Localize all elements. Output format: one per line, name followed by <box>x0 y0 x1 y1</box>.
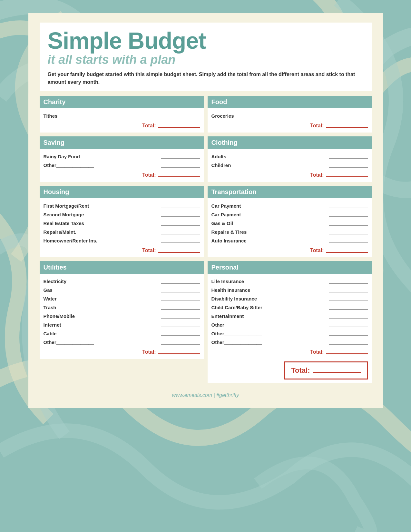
input-line[interactable] <box>161 331 200 336</box>
total-row: Total: <box>211 170 368 180</box>
input-line[interactable] <box>329 154 368 159</box>
input-line[interactable] <box>329 204 368 208</box>
total-row: Total: <box>44 170 200 180</box>
input-line[interactable] <box>161 305 200 310</box>
list-item: Water <box>44 294 200 303</box>
clothing-section: Clothing Adults Children Total: <box>208 136 372 182</box>
charity-section: Charity Tithes Total: <box>40 96 204 133</box>
transportation-header: Transportation <box>208 186 372 198</box>
personal-section: Personal Life Insurance Health Insurance… <box>208 261 372 383</box>
list-item: Electricity <box>44 277 200 286</box>
input-line[interactable] <box>161 279 200 284</box>
input-line[interactable] <box>329 323 368 327</box>
input-line[interactable] <box>161 340 200 345</box>
list-item: Rainy Day Fund <box>44 152 200 161</box>
list-item: Children <box>211 161 368 170</box>
list-item: Repairs/Maint. <box>44 228 200 236</box>
list-item: Other______________ <box>44 338 200 347</box>
total-line[interactable] <box>158 173 200 177</box>
list-item: Repairs & Tires <box>211 228 368 236</box>
list-item: Internet <box>44 320 200 329</box>
total-row: Total: <box>211 347 368 357</box>
input-line[interactable] <box>161 288 200 292</box>
total-line[interactable] <box>326 123 368 128</box>
input-line[interactable] <box>329 114 368 118</box>
input-line[interactable] <box>329 314 368 319</box>
title-sub: it all starts with a plan <box>48 53 364 67</box>
list-item: Homeowner/Renter Ins. <box>44 236 200 245</box>
input-line[interactable] <box>161 204 200 208</box>
footer-text: www.emeals.com | #getthrifty <box>40 389 372 398</box>
total-row: Total: <box>211 245 368 255</box>
list-item: Other______________ <box>44 161 200 170</box>
input-line[interactable] <box>329 279 368 284</box>
total-line[interactable] <box>158 123 200 128</box>
list-item: Cable <box>44 329 200 338</box>
list-item: Groceries <box>211 112 368 120</box>
list-item: Trash <box>44 303 200 312</box>
input-line[interactable] <box>329 212 368 217</box>
input-line[interactable] <box>329 331 368 336</box>
input-line[interactable] <box>161 163 200 168</box>
list-item: Phone/Mobile <box>44 312 200 320</box>
list-item: Gas <box>44 286 200 294</box>
food-header: Food <box>208 96 372 108</box>
input-line[interactable] <box>329 340 368 345</box>
total-line[interactable] <box>158 350 200 354</box>
input-line[interactable] <box>329 230 368 234</box>
list-item: Adults <box>211 152 368 161</box>
list-item: Car Payment <box>211 210 368 219</box>
list-item: Other______________ <box>211 338 368 347</box>
list-item: Car Payment <box>211 202 368 210</box>
input-line[interactable] <box>161 239 200 243</box>
list-item: First Mortgage/Rent <box>44 202 200 210</box>
utilities-section: Utilities Electricity Gas Water <box>40 261 204 383</box>
list-item: Life Insurance <box>211 277 368 286</box>
input-line[interactable] <box>161 114 200 118</box>
transportation-section: Transportation Car Payment Car Payment G… <box>208 186 372 257</box>
input-line[interactable] <box>161 230 200 234</box>
list-item: Tithes <box>44 112 200 120</box>
input-line[interactable] <box>161 297 200 301</box>
total-line[interactable] <box>326 173 368 177</box>
total-row: Total: <box>44 245 200 255</box>
input-line[interactable] <box>329 305 368 310</box>
list-item: Other______________ <box>211 329 368 338</box>
input-line[interactable] <box>161 314 200 319</box>
total-row: Total: <box>44 120 200 131</box>
title-main: Simple Budget <box>48 29 364 52</box>
personal-header: Personal <box>208 261 372 274</box>
list-item: Real Estate Taxes <box>44 219 200 228</box>
input-line[interactable] <box>161 323 200 327</box>
list-item: Disability Insurance <box>211 294 368 303</box>
input-line[interactable] <box>161 154 200 159</box>
list-item: Entertainment <box>211 312 368 320</box>
header-section: Simple Budget it all starts with a plan … <box>40 23 372 91</box>
list-item: Child Care/Baby Sitter <box>211 303 368 312</box>
clothing-header: Clothing <box>208 136 372 149</box>
food-section: Food Groceries Total: <box>208 96 372 133</box>
description: Get your family budget started with this… <box>48 71 364 86</box>
list-item: Gas & Oil <box>211 219 368 228</box>
total-row: Total: <box>211 120 368 131</box>
input-line[interactable] <box>161 221 200 226</box>
housing-header: Housing <box>40 186 204 198</box>
charity-header: Charity <box>40 96 204 108</box>
list-item: Other______________ <box>211 320 368 329</box>
list-item: Auto Insurance <box>211 236 368 245</box>
list-item: Second Mortgage <box>44 210 200 219</box>
input-line[interactable] <box>329 297 368 301</box>
input-line[interactable] <box>329 288 368 292</box>
grand-total-line[interactable] <box>313 368 361 373</box>
total-line[interactable] <box>326 350 368 354</box>
input-line[interactable] <box>329 221 368 226</box>
input-line[interactable] <box>329 239 368 243</box>
total-line[interactable] <box>326 248 368 253</box>
grand-total-box: Total: <box>284 361 367 379</box>
input-line[interactable] <box>329 163 368 168</box>
total-row: Total: <box>44 347 200 357</box>
total-line[interactable] <box>158 248 200 253</box>
utilities-header: Utilities <box>40 261 204 274</box>
input-line[interactable] <box>161 212 200 217</box>
list-item: Health Insurance <box>211 286 368 294</box>
